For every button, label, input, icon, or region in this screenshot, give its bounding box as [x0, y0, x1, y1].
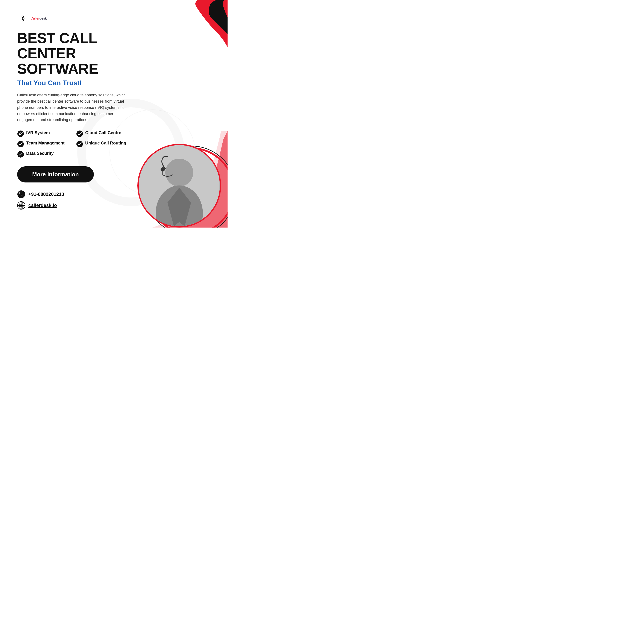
- feature-item-security: Data Security: [17, 150, 70, 158]
- svg-point-11: [17, 190, 25, 198]
- feature-label-security: Data Security: [26, 150, 54, 156]
- logo-icon: [17, 13, 28, 24]
- person-image: [137, 144, 221, 228]
- logo-desk: desk: [39, 17, 47, 20]
- features-grid: IVR System Cloud Call Centre Team Manage…: [17, 130, 129, 158]
- phone-icon: [17, 190, 25, 198]
- top-right-decoration: [155, 0, 228, 73]
- check-icon-security: [17, 151, 24, 158]
- contact-area: +91-8882201213 callerdesk.io: [17, 190, 129, 210]
- feature-label-cloud: Cloud Call Centre: [85, 130, 121, 135]
- logo-text: Callerdesk: [30, 17, 47, 20]
- logo-area: Callerdesk: [17, 13, 129, 24]
- feature-item-cloud: Cloud Call Centre: [76, 130, 129, 137]
- svg-point-9: [76, 141, 83, 147]
- check-icon-cloud: [76, 130, 83, 137]
- svg-point-7: [76, 131, 83, 137]
- feature-item-ivr: IVR System: [17, 130, 70, 137]
- sub-headline: That You Can Trust!: [17, 79, 129, 87]
- phone-number: +91-8882201213: [28, 191, 64, 197]
- feature-item-team: Team Management: [17, 140, 70, 147]
- cta-button[interactable]: More Information: [17, 166, 94, 182]
- svg-point-5: [161, 167, 165, 172]
- website-link[interactable]: callerdesk.io: [28, 203, 57, 208]
- svg-point-10: [17, 151, 24, 158]
- website-contact[interactable]: callerdesk.io: [17, 201, 129, 210]
- feature-item-routing: Unique Call Routing: [76, 140, 129, 147]
- svg-point-8: [17, 141, 24, 147]
- description-text: CallerDesk offers cutting-edge cloud tel…: [17, 92, 129, 123]
- logo-caller: Caller: [30, 17, 39, 20]
- feature-label-routing: Unique Call Routing: [85, 140, 126, 146]
- check-icon-routing: [76, 141, 83, 147]
- main-headline: BEST CALL CENTER SOFTWARE: [17, 30, 129, 76]
- svg-point-3: [165, 159, 193, 187]
- svg-point-6: [17, 131, 24, 137]
- check-icon-ivr: [17, 130, 24, 137]
- check-icon-team: [17, 141, 24, 147]
- main-content: Callerdesk BEST CALL CENTER SOFTWARE Tha…: [0, 0, 146, 218]
- globe-icon: [17, 201, 25, 210]
- feature-label-team: Team Management: [26, 140, 65, 146]
- phone-contact: +91-8882201213: [17, 190, 129, 198]
- feature-label-ivr: IVR System: [26, 130, 50, 135]
